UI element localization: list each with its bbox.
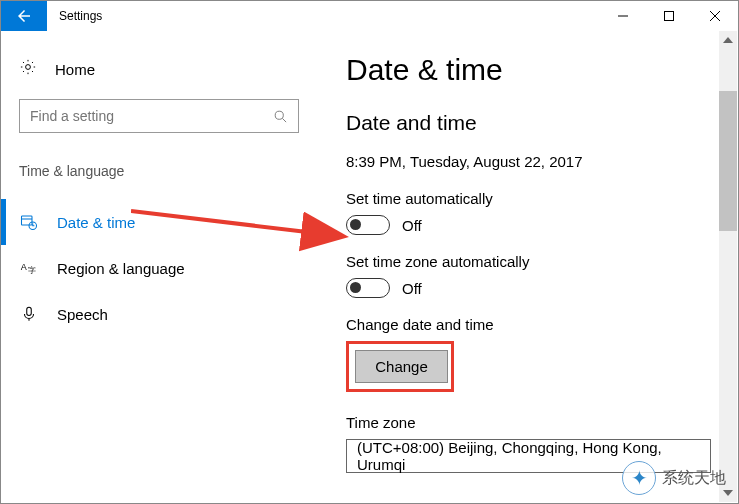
maximize-button[interactable] — [646, 1, 692, 31]
back-button[interactable] — [1, 1, 47, 31]
chevron-up-icon — [723, 37, 733, 43]
maximize-icon — [664, 11, 674, 21]
svg-line-6 — [282, 118, 286, 122]
selection-indicator — [1, 199, 6, 245]
svg-point-5 — [275, 111, 283, 119]
microphone-icon — [19, 305, 39, 323]
search-icon — [273, 109, 288, 124]
sidebar: Home Find a setting Time & language Date… — [1, 31, 346, 503]
calendar-clock-icon — [19, 213, 39, 231]
scroll-up-button[interactable] — [719, 31, 737, 49]
watermark: ✦ 系统天地 — [622, 461, 726, 495]
search-input[interactable]: Find a setting — [19, 99, 299, 133]
current-datetime: 8:39 PM, Tuesday, August 22, 2017 — [346, 153, 738, 170]
app-title: Settings — [47, 9, 600, 23]
gear-icon — [19, 58, 37, 80]
sidebar-item-label: Region & language — [57, 260, 185, 277]
scrollbar-thumb[interactable] — [719, 91, 737, 231]
set-tz-auto-label: Set time zone automatically — [346, 253, 738, 270]
home-link[interactable]: Home — [19, 49, 346, 89]
set-time-auto-toggle[interactable] — [346, 215, 390, 235]
set-tz-auto-state: Off — [402, 280, 422, 297]
section-title: Date and time — [346, 111, 738, 135]
sidebar-item-label: Speech — [57, 306, 108, 323]
close-button[interactable] — [692, 1, 738, 31]
time-zone-label: Time zone — [346, 414, 738, 431]
svg-rect-1 — [665, 12, 674, 21]
vertical-scrollbar[interactable] — [719, 31, 737, 502]
set-time-auto-state: Off — [402, 217, 422, 234]
svg-rect-12 — [27, 307, 32, 315]
sidebar-item-label: Date & time — [57, 214, 135, 231]
titlebar: Settings — [1, 1, 738, 31]
minimize-icon — [618, 11, 628, 21]
sidebar-item-region-language[interactable]: A字 Region & language — [19, 245, 319, 291]
svg-rect-7 — [22, 216, 33, 225]
watermark-text: 系统天地 — [662, 468, 726, 489]
arrow-left-icon — [15, 7, 33, 25]
sidebar-item-speech[interactable]: Speech — [19, 291, 319, 337]
set-tz-auto-toggle[interactable] — [346, 278, 390, 298]
annotation-highlight: Change — [346, 341, 454, 392]
set-time-auto-label: Set time automatically — [346, 190, 738, 207]
svg-text:A: A — [21, 262, 27, 272]
minimize-button[interactable] — [600, 1, 646, 31]
main-content: Date & time Date and time 8:39 PM, Tuesd… — [346, 31, 738, 503]
language-icon: A字 — [19, 259, 39, 277]
close-icon — [710, 11, 720, 21]
change-date-time-label: Change date and time — [346, 316, 738, 333]
sidebar-item-date-time[interactable]: Date & time — [19, 199, 319, 245]
page-title: Date & time — [346, 53, 738, 87]
home-label: Home — [55, 61, 95, 78]
window-controls — [600, 1, 738, 31]
change-button[interactable]: Change — [355, 350, 448, 383]
search-placeholder: Find a setting — [30, 108, 273, 124]
svg-text:字: 字 — [28, 266, 36, 275]
watermark-logo-icon: ✦ — [622, 461, 656, 495]
group-label: Time & language — [19, 163, 346, 179]
